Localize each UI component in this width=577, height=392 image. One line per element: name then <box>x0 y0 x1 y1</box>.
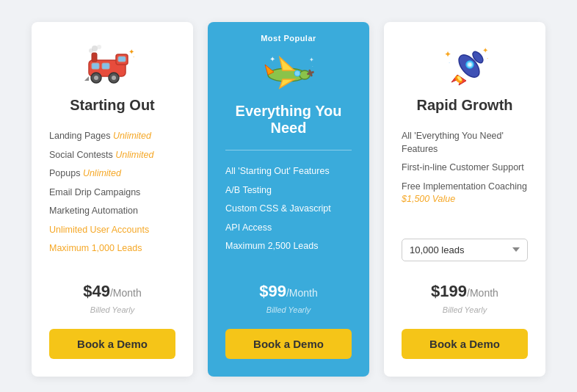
feature-unlimited-landing: Unlimited <box>113 131 151 141</box>
svg-rect-9 <box>92 53 97 62</box>
price-amount-rapid-growth: $199/Month <box>431 282 498 300</box>
price-amount-starting-out: $49/Month <box>83 282 142 300</box>
svg-text:✦: ✦ <box>269 55 275 63</box>
feature-max-leads-2500: Maximum 2,500 Leads <box>225 237 352 256</box>
train-icon: ✦ · <box>83 44 142 88</box>
price-amount-everything: $99/Month <box>259 282 318 300</box>
card-title-everything: Everything You Need <box>225 103 352 137</box>
book-demo-rapid-growth[interactable]: Book a Demo <box>402 329 528 359</box>
billed-yearly-rapid-growth: Billed Yearly <box>443 305 487 314</box>
feature-starting-out-features: All 'Starting Out' Features <box>225 162 352 181</box>
feature-max-leads: Maximum 1,000 Leads <box>49 239 175 258</box>
feature-customer-support: First-in-line Customer Support <box>402 159 528 178</box>
card-starting-out: ✦ · Starting Out Landing Pages Unlimited… <box>32 22 193 377</box>
svg-point-6 <box>94 76 98 80</box>
price-section-starting-out: $49/Month <box>83 282 142 301</box>
feature-ab-testing: A/B Testing <box>225 181 352 200</box>
card-everything-you-need: Most Popular ✦ ✦ <box>208 22 369 377</box>
features-list-rapid-growth: All 'Everything You Need' Features First… <box>402 127 528 221</box>
feature-marketing-automation: Marketing Automation <box>49 202 175 221</box>
svg-point-8 <box>112 76 116 80</box>
svg-marker-13 <box>84 76 89 81</box>
svg-marker-19 <box>280 57 294 70</box>
feature-everything-features: All 'Everything You Need' Features <box>402 127 528 159</box>
svg-text:✦: ✦ <box>482 46 488 54</box>
feature-highlight-users: Unlimited User Accounts <box>49 225 149 235</box>
feature-implementation-coaching: Free Implementation Coaching $1,500 Valu… <box>402 178 528 209</box>
svg-text:✦: ✦ <box>444 49 451 59</box>
feature-unlimited-social: Unlimited <box>115 150 153 160</box>
svg-text:✦: ✦ <box>309 57 314 63</box>
feature-landing-pages: Landing Pages Unlimited <box>49 127 175 146</box>
book-demo-everything[interactable]: Book a Demo <box>225 329 352 359</box>
feature-user-accounts: Unlimited User Accounts <box>49 221 175 240</box>
svg-text:·: · <box>487 55 488 62</box>
feature-social-contests: Social Contests Unlimited <box>49 146 175 165</box>
svg-rect-2 <box>118 57 126 62</box>
feature-email-drip: Email Drip Campaigns <box>49 184 175 203</box>
svg-point-11 <box>92 46 98 51</box>
card-title-starting-out: Starting Out <box>70 97 155 114</box>
svg-marker-20 <box>280 79 294 88</box>
svg-text:·: · <box>312 64 313 68</box>
feature-unlimited-popups: Unlimited <box>83 168 121 178</box>
book-demo-starting-out[interactable]: Book a Demo <box>49 329 175 359</box>
svg-rect-3 <box>92 63 99 69</box>
svg-text:·: · <box>449 59 450 66</box>
card-rapid-growth: ✦ ✦ · · Rapid Growth All 'Everything You… <box>384 22 545 377</box>
feature-custom-css: Custom CSS & Javascript <box>225 200 352 219</box>
most-popular-badge: Most Popular <box>261 34 316 43</box>
price-section-everything: $99/Month <box>259 282 318 301</box>
plane-icon: ✦ ✦ · <box>259 50 318 94</box>
leads-dropdown[interactable]: 10,000 leads 25,000 leads 50,000 leads 1… <box>402 239 528 261</box>
feature-api-access: API Access <box>225 219 352 238</box>
svg-point-30 <box>468 63 472 67</box>
rocket-icon: ✦ ✦ · · <box>435 44 494 88</box>
feature-popups: Popups Unlimited <box>49 164 175 184</box>
features-list-everything: All 'Starting Out' Features A/B Testing … <box>225 162 352 268</box>
feature-highlight-leads: Maximum 1,000 Leads <box>49 243 142 253</box>
feature-value-note: $1,500 Value <box>402 194 455 204</box>
svg-text:·: · <box>133 54 134 60</box>
svg-point-12 <box>97 45 101 49</box>
features-divider <box>225 150 352 150</box>
price-section-rapid-growth: $199/Month <box>431 282 498 301</box>
features-list-starting-out: Landing Pages Unlimited Social Contests … <box>49 127 175 270</box>
svg-rect-4 <box>102 63 109 69</box>
pricing-container: ✦ · Starting Out Landing Pages Unlimited… <box>2 0 575 392</box>
billed-yearly-starting-out: Billed Yearly <box>90 305 134 314</box>
leads-dropdown-wrapper: 10,000 leads 25,000 leads 50,000 leads 1… <box>402 239 528 261</box>
svg-point-21 <box>294 70 300 76</box>
card-title-rapid-growth: Rapid Growth <box>416 97 512 114</box>
billed-yearly-everything: Billed Yearly <box>266 305 311 314</box>
